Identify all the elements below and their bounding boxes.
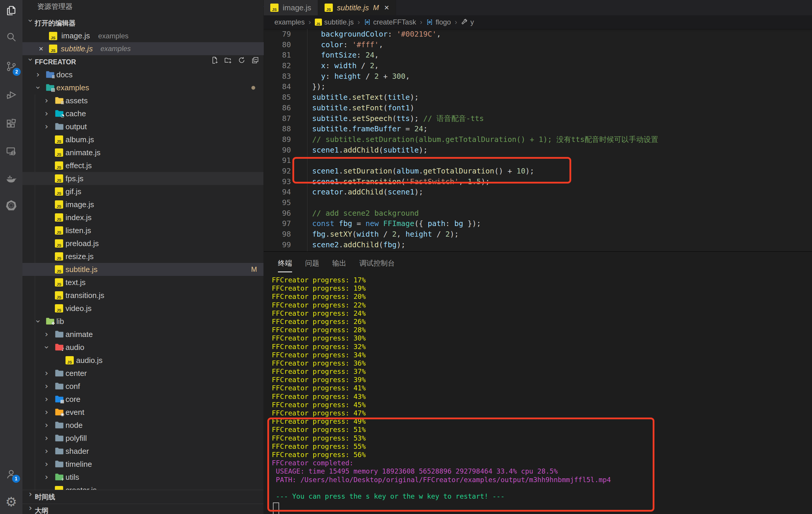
tree-item-assets[interactable]: ›≣assets <box>22 94 263 107</box>
timeline-section[interactable]: › 时间线 <box>22 490 263 504</box>
open-editors-header[interactable]: › 打开的编辑器 <box>22 17 263 29</box>
tree-item-album-js[interactable]: JSalbum.js <box>22 133 263 146</box>
docker-icon[interactable] <box>0 168 22 190</box>
tree-item-audio[interactable]: ›♪audio <box>22 341 263 354</box>
tree-item-video-js[interactable]: JSvideo.js <box>22 302 263 315</box>
close-icon[interactable]: × <box>36 44 46 53</box>
remote-explorer-icon[interactable] <box>0 140 22 163</box>
tree-item-timeline[interactable]: ›timeline <box>22 458 263 470</box>
tree-item-listen-js[interactable]: JSlisten.js <box>22 224 263 237</box>
tree-item-examples[interactable]: ›▨examples <box>22 81 263 94</box>
tree-item-utils[interactable]: ›+utils <box>22 470 263 484</box>
js-file-icon: JS <box>55 265 63 274</box>
outline-section[interactable]: › 大纲 <box>22 504 263 514</box>
tree-item-cache[interactable]: ›◔cache <box>22 107 263 120</box>
tree-item-effect-js[interactable]: JSeffect.js <box>22 159 263 172</box>
line-number: 85 <box>264 92 291 103</box>
panel-tab-调试控制台[interactable]: 调试控制台 <box>359 252 395 275</box>
terminal-output[interactable]: FFCreator progress: 17%FFCreator progres… <box>272 276 812 514</box>
tree-item-text-js[interactable]: JStext.js <box>22 276 263 289</box>
panel-tab-终端[interactable]: 终端 <box>278 252 292 275</box>
chevron-right-icon: › <box>45 421 48 429</box>
code-text: color: '#fff', <box>312 39 383 50</box>
chevron-down-icon: › <box>34 319 42 323</box>
code-text: scene2.addChild(fbg); <box>312 239 405 250</box>
terminal-line: USEAGE: time 15495 memory 18923608 56528… <box>272 467 812 475</box>
code-line-95: 95 <box>264 197 812 208</box>
panel-tab-输出[interactable]: 输出 <box>332 252 346 275</box>
terminal-line: FFCreator progress: 19% <box>272 284 812 292</box>
tree-item-output[interactable]: ›output <box>22 120 263 133</box>
tree-item-polyfill[interactable]: ›polyfill <box>22 432 263 445</box>
folder-icon <box>55 434 64 442</box>
code-line-85: 85subtitle.setText(title); <box>264 92 812 103</box>
terminal-line: FFCreator progress: 56% <box>272 451 812 459</box>
extensions-icon[interactable] <box>0 112 22 135</box>
code-editor[interactable]: 79 backgroundColor: '#00219C',80 color: … <box>264 29 812 251</box>
line-number: 91 <box>264 155 291 166</box>
breadcrumb-item-subtitle-js[interactable]: JSsubtitle.js <box>315 18 354 26</box>
tree-item-audio-js[interactable]: JSaudio.js <box>22 354 263 367</box>
tree-item-transition-js[interactable]: JStransition.js <box>22 289 263 302</box>
folder-icon <box>55 331 64 338</box>
tree-item-label: album.js <box>65 135 94 144</box>
modified-badge: M <box>251 265 257 274</box>
tree-item-subtitle-js[interactable]: JSsubtitle.jsM <box>22 263 263 276</box>
tree-item-index-js[interactable]: JSindex.js <box>22 211 263 224</box>
close-icon[interactable]: × <box>384 3 389 12</box>
source-control-icon[interactable]: 2 <box>0 55 22 78</box>
chevron-down-icon: › <box>26 56 34 63</box>
tree-item-label: listen.js <box>65 226 91 235</box>
tree-item-node[interactable]: ›node <box>22 419 263 432</box>
breadcrumb-item-y[interactable]: y <box>461 18 474 26</box>
tree-item-shader[interactable]: ›shader <box>22 445 263 458</box>
tree-item-conf[interactable]: ›conf <box>22 380 263 393</box>
open-editor-item-imagejs[interactable]: JS image.js examples <box>22 29 290 42</box>
tree-item-animate-js[interactable]: JSanimate.js <box>22 146 263 159</box>
tree-item-docs[interactable]: ›≣docs <box>22 68 263 81</box>
new-folder-icon[interactable] <box>224 55 232 68</box>
settings-gear-icon[interactable]: ⚙ <box>0 490 22 513</box>
tree-item-lib[interactable]: ›❖lib <box>22 315 263 328</box>
terminal-line: FFCreator progress: 26% <box>272 317 812 326</box>
code-line-84: 84}); <box>264 81 812 92</box>
tree-item-event[interactable]: ›◉event <box>22 406 263 419</box>
tree-item-image-js[interactable]: JSimage.js <box>22 198 263 211</box>
refresh-icon[interactable] <box>237 55 246 68</box>
modified-dot-badge <box>252 86 255 90</box>
account-icon[interactable]: 1 <box>0 463 22 485</box>
tree-item-core[interactable]: ›▦core <box>22 393 263 406</box>
panel-tab-问题[interactable]: 问题 <box>305 252 319 275</box>
code-text: fbg.setXY(width / 2, height / 2); <box>312 229 459 239</box>
breadcrumb-item-flogo[interactable]: flogo <box>426 18 451 26</box>
explorer-icon[interactable] <box>0 0 22 22</box>
tree-item-creator-js[interactable]: JScreator.js <box>22 484 263 490</box>
line-number: 96 <box>264 208 291 219</box>
search-icon[interactable] <box>0 26 22 48</box>
kubernetes-icon[interactable] <box>0 194 22 217</box>
breadcrumb: examples›JSsubtitle.js›createFFTask›flog… <box>264 15 812 29</box>
chevron-right-icon: › <box>45 369 48 377</box>
tree-item-resize-js[interactable]: JSresize.js <box>22 250 263 263</box>
tree-item-center[interactable]: ›center <box>22 367 263 380</box>
tree-item-label: cache <box>65 109 86 118</box>
chevron-right-icon: › <box>45 473 48 481</box>
folder-badge-glyph: ◉ <box>60 411 64 417</box>
tab-imagejs[interactable]: JS image.js <box>264 0 318 15</box>
code-text: creator.addChild(scene1); <box>312 187 423 197</box>
tree-item-preload-js[interactable]: JSpreload.js <box>22 237 263 250</box>
tree-item-fps-js[interactable]: JSfps.js <box>22 172 263 185</box>
line-number: 93 <box>264 176 291 187</box>
run-and-debug-icon[interactable] <box>0 84 22 106</box>
breadcrumb-item-examples[interactable]: examples <box>274 18 305 26</box>
js-file-icon: JS <box>55 200 63 209</box>
tree-item-gif-js[interactable]: JSgif.js <box>22 185 263 198</box>
tab-subtitlejs[interactable]: JS subtitle.js M × <box>318 0 396 15</box>
new-file-icon[interactable] <box>210 55 219 68</box>
collapse-all-icon[interactable] <box>251 55 259 68</box>
project-section-header[interactable]: › FFCREATOR <box>22 55 263 68</box>
breadcrumb-item-createFFTask[interactable]: createFFTask <box>364 18 416 26</box>
tree-item-animate[interactable]: ›animate <box>22 328 263 341</box>
tree-item-label: fps.js <box>65 174 84 183</box>
open-editor-item-subtitlejs[interactable]: × JS subtitle.js examples M <box>22 42 278 55</box>
